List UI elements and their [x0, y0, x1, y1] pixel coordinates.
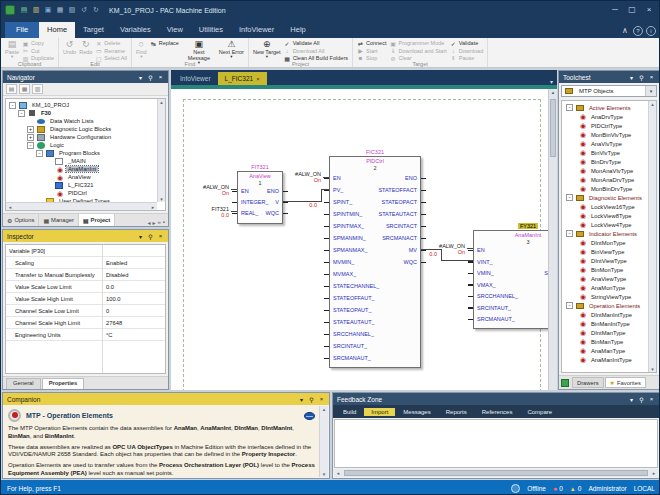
panel-menu-icon[interactable]: ▾ — [628, 396, 635, 403]
nav-tree-item-f30[interactable]: -F30 — [7, 109, 155, 117]
inspector-row-value-scale-high-limit[interactable]: Value Scale High Limit100.0 — [6, 293, 165, 305]
tab-l-fic321[interactable]: L_FIC321 × — [218, 72, 267, 85]
inspector-row-variable-p30[interactable]: Variable [P30] — [6, 245, 165, 257]
ribbon-tab-utilities[interactable]: Utilities — [191, 22, 231, 38]
doc-panel-menu-icon[interactable]: ▾ — [546, 78, 557, 85]
editor-vertical-scrollbar[interactable]: ▴ — [548, 89, 557, 390]
panel-menu-icon[interactable]: ▾ — [628, 74, 635, 81]
toolchest-item-lockview16type[interactable]: ◉LockView16Type — [564, 202, 647, 211]
pin-icon[interactable]: ⚲ — [147, 233, 154, 240]
toolchest-item-binmantype[interactable]: ◉BinManType — [564, 337, 647, 346]
tab-messages[interactable]: Messages — [396, 408, 437, 416]
tab-scroll-icon-2[interactable]: » — [158, 219, 161, 226]
view-sort-icon[interactable]: ▥ — [32, 84, 43, 94]
expand-icon[interactable]: - — [36, 150, 43, 157]
info-icon[interactable]: i — [646, 26, 656, 36]
fbd-block-fic321[interactable]: FIC321PIDCtrl2ENPV_SPINT_SPINTMIN_SPINTM… — [329, 156, 421, 368]
ribbon-tab-view[interactable]: View — [159, 22, 191, 38]
close-panel-icon[interactable]: × — [648, 74, 655, 81]
toolchest-item-binmaninttype[interactable]: ◉BinManIntType — [564, 319, 647, 328]
panel-menu-icon[interactable]: ▾ — [137, 74, 144, 81]
ribbon-button-copy[interactable]: ▣Copy — [22, 40, 54, 47]
panel-menu-icon[interactable]: ▾ — [298, 396, 305, 403]
minimize-button[interactable]: ─ — [607, 3, 623, 17]
tab-favorites[interactable]: ★Favorites — [605, 377, 646, 388]
close-panel-icon[interactable]: × — [318, 396, 325, 403]
tab-project[interactable]: ▤Project — [79, 214, 115, 226]
toolchest-item-anamantype[interactable]: ◉AnaManType — [564, 346, 647, 355]
ribbon-button-undo[interactable]: ↺Undo — [63, 39, 76, 55]
inspector-row-scaling[interactable]: ScalingEnabled — [6, 257, 165, 269]
toolchest-group-operation-elements[interactable]: -Operation Elements — [564, 301, 647, 310]
toolchest-item-stringviewtype[interactable]: ◉StringViewType — [564, 292, 647, 301]
toolchest-item-dintviewtype[interactable]: ◉DIntViewType — [564, 256, 647, 265]
expand-icon[interactable]: + — [27, 134, 34, 141]
ribbon-button-connect[interactable]: ⇄Connect — [357, 40, 387, 47]
tab-manager[interactable]: ▦Manager — [39, 214, 79, 226]
toolchest-item-lockview8type[interactable]: ◉LockView8Type — [564, 211, 647, 220]
toolchest-group-diagnostic-elements[interactable]: -Diagnostic Elements — [564, 193, 647, 202]
nav-tree-item-main[interactable]: _MAIN — [7, 157, 155, 165]
close-panel-icon[interactable]: × — [157, 233, 164, 240]
feedback-horizontal-scrollbar[interactable]: ◂ ▸ — [334, 469, 658, 477]
tab-build[interactable]: Build — [336, 408, 363, 416]
expand-icon[interactable]: - — [566, 104, 573, 111]
nav-tree-item-program-blocks[interactable]: -Program Blocks — [7, 149, 155, 157]
ribbon-button-validate-all[interactable]: ✓Validate All — [284, 40, 348, 47]
inspector-row-channel-scale-low-limit[interactable]: Channel Scale Low Limit0 — [6, 305, 165, 317]
save-icon[interactable]: ▣ — [43, 5, 53, 15]
tab-compare[interactable]: Compare — [520, 408, 559, 416]
fbd-canvas[interactable]: FIT321AnaView1ENINTEGER_REAL_ENOVWQCFIC3… — [171, 89, 548, 390]
tab-options[interactable]: ⚙Options — [3, 214, 39, 226]
drawer-select[interactable]: MTP Objects ▾ — [561, 85, 657, 97]
fbd-block-fy321[interactable]: FY321AnaManInt3ENVINT_VMIN_VMAX_SRCCHANN… — [473, 230, 548, 329]
view-details-icon[interactable]: ▦ — [19, 84, 30, 94]
tab-drawers[interactable]: Drawers — [572, 377, 604, 388]
ribbon-button-download[interactable]: ↓Download — [450, 48, 483, 55]
scroll-thumb[interactable] — [550, 99, 556, 157]
nav-tree-item-hardware-configuration[interactable]: +Hardware Configuration — [7, 133, 155, 141]
expand-icon[interactable]: - — [9, 102, 16, 109]
collapse-ribbon-icon[interactable]: ∧ — [620, 26, 630, 36]
ribbon-tab-infoviewer[interactable]: InfoViewer — [231, 22, 282, 38]
inspector-row-transfer-to-manual-bumplessly[interactable]: Transfer to Manual BumplesslyDisabled — [6, 269, 165, 281]
scroll-thumb[interactable] — [344, 470, 648, 476]
ribbon-button-cut[interactable]: ✂Cut — [22, 48, 54, 55]
toolchest-group-indicator-elements[interactable]: -Indicator Elements — [564, 229, 647, 238]
toolchest-item-anamaninttype[interactable]: ◉AnaManIntType — [564, 355, 647, 364]
toolchest-item-dintmantype[interactable]: ◉DIntManType — [564, 328, 647, 337]
home-globe-icon[interactable] — [304, 412, 315, 420]
ribbon-button-download-and-start[interactable]: ⇓Download and Start — [389, 48, 446, 55]
tab-properties[interactable]: Properties — [42, 378, 85, 389]
close-panel-icon[interactable]: × — [157, 74, 164, 81]
toolchest-item-monbinvlvtype[interactable]: ◉MonBinVlvType — [564, 130, 647, 139]
ribbon-button-find[interactable]: ○Find▾ — [136, 39, 147, 60]
ribbon-button-rename[interactable]: ▭Rename — [95, 48, 127, 55]
undo-icon[interactable]: ↺ — [79, 5, 89, 15]
tab-reports[interactable]: Reports — [439, 408, 474, 416]
toolchest-item-monanadrvtype[interactable]: ◉MonAnaDrvType — [564, 175, 647, 184]
toolchest-item-dintmaninttype[interactable]: ◉DIntManIntType — [564, 310, 647, 319]
pin-icon[interactable]: ⚲ — [638, 74, 645, 81]
ribbon-tab-home[interactable]: Home — [39, 22, 75, 38]
tab-scroll-icon-3[interactable]: ▪ — [163, 219, 165, 226]
ribbon-tab-target[interactable]: Target — [75, 22, 112, 38]
fbd-block-fit321[interactable]: FIT321AnaView1ENINTEGER_REAL_ENOVWQC — [237, 171, 283, 224]
view-list-icon[interactable]: ▤ — [6, 84, 17, 94]
toolchest-item-anadrvtype[interactable]: ◉AnaDrvType — [564, 112, 647, 121]
close-button[interactable]: × — [641, 3, 657, 17]
tab-infoviewer[interactable]: InfoViewer — [173, 72, 218, 85]
toolchest-item-pidctrltype[interactable]: ◉PIDCtrlType — [564, 121, 647, 130]
toolchest-item-anaviewtype[interactable]: ◉AnaViewType — [564, 274, 647, 283]
ribbon-tab-variables[interactable]: Variables — [112, 22, 159, 38]
inspector-row-value-scale-low-limit[interactable]: Value Scale Low Limit0.0 — [6, 281, 165, 293]
save-all-icon[interactable]: ▦ — [55, 5, 65, 15]
toolchest-item-anavlvtype[interactable]: ◉AnaVlvType — [564, 139, 647, 148]
help-search-icon[interactable]: ? — [633, 26, 643, 36]
app-icon[interactable] — [5, 5, 15, 15]
pin-icon[interactable]: ⚲ — [147, 74, 154, 81]
navigator-horizontal-scrollbar[interactable]: ◂▸ — [6, 202, 157, 210]
fbd-editor-viewport[interactable]: FIT321AnaView1ENINTEGER_REAL_ENOVWQCFIC3… — [171, 89, 548, 390]
close-tab-icon[interactable]: × — [256, 76, 260, 82]
nav-tree-item-diagnostic-logic-blocks[interactable]: +Diagnostic Logic Blocks — [7, 125, 155, 133]
